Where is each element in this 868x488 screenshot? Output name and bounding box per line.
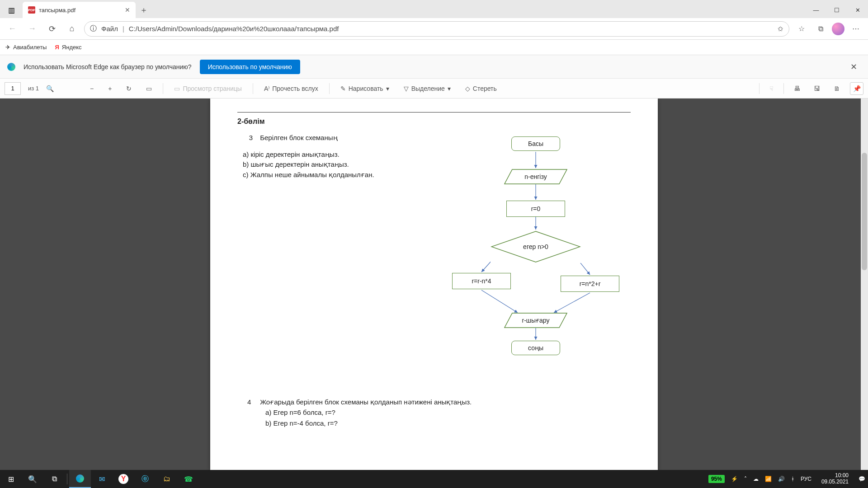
print-button[interactable]: 🖶	[790, 83, 804, 94]
flow-start: Басы	[511, 136, 560, 151]
address-bar: ← → ⟳ ⌂ ⓘ Файл | C:/Users/Admin/Download…	[0, 18, 868, 40]
taskbar-mail[interactable]: ✉	[91, 470, 113, 488]
system-tray: 95% ⚡ ˄ ☁ 📶 🔊 ᚼ РУС 10:00 09.05.2021 💬	[708, 473, 868, 485]
taskbar-ie[interactable]: ⓔ	[134, 470, 156, 488]
draw-button[interactable]: ✎ Нарисовать ▾	[337, 83, 393, 94]
profile-avatar[interactable]	[832, 23, 844, 35]
svg-line-5	[481, 290, 518, 313]
fit-page-button[interactable]: ▭	[142, 83, 156, 94]
titlebar: ▥ PDF тапсырма.pdf ✕ ＋ ― ☐ ✕	[0, 0, 868, 18]
start-button[interactable]: ⊞	[0, 470, 22, 488]
volume-icon[interactable]: 🔊	[778, 476, 785, 482]
back-button[interactable]: ←	[5, 21, 20, 37]
task-view-button[interactable]: ⧉	[43, 470, 65, 488]
read-aloud-icon: A⁾	[264, 85, 269, 92]
svg-line-6	[554, 293, 590, 313]
q3-number: 3	[237, 133, 253, 143]
plane-icon: ✈	[5, 44, 10, 51]
info-icon: ⓘ	[90, 24, 97, 33]
url-path: C:/Users/Admin/Downloads/дарина%20и%20шк…	[129, 25, 339, 33]
bluetooth-icon[interactable]: ᚼ	[791, 476, 794, 482]
taskbar-explorer[interactable]: 🗂	[156, 470, 178, 488]
chevron-down-icon: ▾	[386, 85, 389, 92]
flowchart: Басы n-енгізу r=0 егер n>0 r=r-n*4	[454, 133, 617, 386]
read-aloud-button[interactable]: A⁾ Прочесть вслух	[260, 83, 322, 94]
q3-title: Берілген блок схеманың	[260, 134, 337, 141]
q3-opt-b: b) шығыс деректерін анықтаңыз.	[243, 160, 454, 170]
tab-active[interactable]: PDF тапсырма.pdf ✕	[23, 2, 136, 18]
charging-icon: ⚡	[731, 476, 738, 482]
home-button[interactable]: ⌂	[64, 21, 80, 37]
window-close-button[interactable]: ✕	[847, 2, 868, 18]
pin-toolbar-button[interactable]: 📌	[850, 82, 863, 95]
pdf-toolbar: из 1 🔍 − + ↻ ▭ ▭ Просмотр страницы A⁾ Пр…	[0, 79, 868, 99]
flow-proc-right: r=n*2+r	[561, 276, 619, 292]
window-maximize-button[interactable]: ☐	[826, 2, 847, 18]
scrollbar-thumb[interactable]	[862, 153, 867, 270]
battery-indicator[interactable]: 95%	[708, 475, 725, 483]
taskbar-yandex[interactable]: Y	[113, 470, 134, 488]
new-tab-button[interactable]: ＋	[136, 2, 152, 18]
star-add-icon[interactable]: ✩	[778, 25, 783, 33]
onedrive-icon[interactable]: ☁	[753, 476, 759, 482]
clock[interactable]: 10:00 09.05.2021	[818, 473, 852, 485]
flow-init: r=0	[506, 201, 565, 217]
pdf-viewport[interactable]: 2-бөлім 3 Берілген блок схеманың a) кірі…	[0, 99, 868, 470]
set-default-button[interactable]: Использовать по умолчанию	[200, 60, 300, 74]
pdf-icon: PDF	[28, 6, 35, 14]
bookmark-aviabilety[interactable]: ✈ Авиабилеты	[5, 44, 47, 51]
page-count: из 1	[28, 85, 39, 92]
menu-button[interactable]: ⋯	[848, 21, 863, 37]
flow-decision: егер n>0	[491, 230, 581, 263]
prompt-close-button[interactable]: ✕	[846, 62, 861, 72]
window-minimize-button[interactable]: ―	[806, 2, 826, 18]
highlighter-icon: ▽	[404, 85, 409, 92]
taskbar-whatsapp[interactable]: ☎	[178, 470, 199, 488]
flow-input: n-енгізу	[504, 169, 567, 184]
touch-icon[interactable]: ☟	[766, 83, 777, 94]
erase-button[interactable]: ◇ Стереть	[462, 83, 500, 94]
q4-title: Жоғарыда берілген блок схеманы қолданып …	[260, 398, 472, 406]
save-button[interactable]: 🖫	[810, 83, 824, 94]
chevron-down-icon: ▾	[448, 85, 451, 92]
url-input[interactable]: ⓘ Файл | C:/Users/Admin/Downloads/дарина…	[84, 21, 789, 37]
highlight-button[interactable]: ▽ Выделение ▾	[400, 83, 454, 94]
forward-button[interactable]: →	[24, 21, 40, 37]
favorites-icon[interactable]: ☆	[794, 21, 809, 37]
yandex-icon: Я	[55, 44, 59, 51]
tray-chevron-icon[interactable]: ˄	[744, 476, 747, 482]
q3-opt-a: a) кіріс деректерін анықтаңыз.	[243, 150, 454, 160]
search-button[interactable]: 🔍	[22, 470, 43, 488]
taskbar-edge[interactable]	[69, 470, 91, 488]
taskbar: ⊞ 🔍 ⧉ ✉ Y ⓔ 🗂 ☎ 95% ⚡ ˄ ☁ 📶 🔊 ᚼ РУС 10:0…	[0, 470, 868, 488]
refresh-button[interactable]: ⟳	[44, 21, 60, 37]
bookmarks-bar: ✈ Авиабилеты Я Яндекс	[0, 40, 868, 55]
wifi-icon[interactable]: 📶	[765, 476, 772, 482]
pdf-page: 2-бөлім 3 Берілген блок схеманың a) кірі…	[210, 99, 658, 470]
tab-close-icon[interactable]: ✕	[125, 6, 130, 14]
q3-opt-c: c) Жалпы неше айнымалы қолданылған.	[243, 170, 454, 180]
tab-actions-icon[interactable]: ▥	[0, 2, 23, 18]
search-icon[interactable]: 🔍	[46, 85, 54, 92]
zoom-out-button[interactable]: −	[86, 83, 97, 94]
page-number-input[interactable]	[5, 82, 21, 95]
flow-proc-left: r=r-n*4	[452, 273, 511, 289]
rotate-button[interactable]: ↻	[123, 83, 135, 94]
section-title: 2-бөлім	[237, 117, 631, 126]
q4-opt-a: a) Егер n=6 болса, r=?	[265, 407, 631, 418]
q4-opt-b: b) Егер n=-4 болса, r=?	[265, 418, 631, 428]
notifications-icon[interactable]: 💬	[859, 476, 865, 482]
eraser-icon: ◇	[465, 85, 470, 92]
vertical-scrollbar[interactable]	[861, 99, 868, 470]
save-as-button[interactable]: 🗎	[830, 83, 844, 94]
edge-logo-icon	[7, 63, 15, 71]
page-view-icon: ▭	[174, 85, 180, 92]
tab-title: тапсырма.pdf	[39, 7, 75, 14]
bookmark-yandex[interactable]: Я Яндекс	[55, 44, 81, 51]
collections-icon[interactable]: ⧉	[813, 21, 828, 37]
default-browser-prompt: Использовать Microsoft Edge как браузер …	[0, 55, 868, 79]
zoom-in-button[interactable]: +	[104, 83, 115, 94]
url-scheme: Файл	[101, 25, 118, 33]
page-view-button[interactable]: ▭ Просмотр страницы	[170, 83, 245, 94]
language-indicator[interactable]: РУС	[801, 476, 811, 482]
